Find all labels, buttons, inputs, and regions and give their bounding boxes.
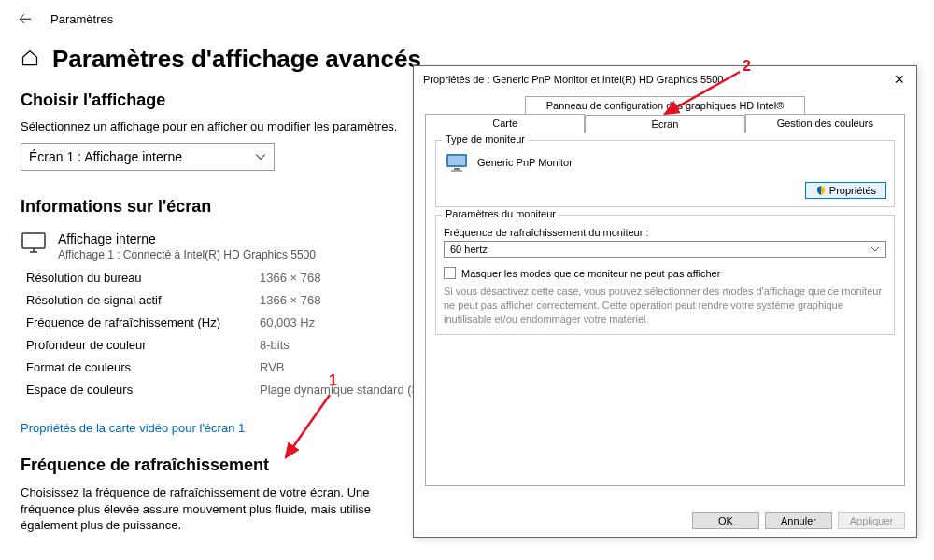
refresh-rate-label: Fréquence de rafraîchissement du moniteu… xyxy=(444,227,886,238)
hide-modes-checkbox[interactable] xyxy=(444,267,456,279)
info-label: Fréquence de rafraîchissement (Hz) xyxy=(26,315,260,329)
refresh-rate-value: 60 hertz xyxy=(450,244,488,255)
monitor-icon xyxy=(21,231,47,257)
video-card-properties-link[interactable]: Propriétés de la carte vidéo pour l'écra… xyxy=(21,421,245,435)
back-arrow-icon[interactable]: 🡠 xyxy=(19,11,32,26)
display-select-dropdown[interactable]: Écran 1 : Affichage interne xyxy=(21,143,275,171)
tab-color-management[interactable]: Gestion des couleurs xyxy=(745,114,905,133)
shield-icon xyxy=(815,185,827,196)
monitor-name: Affichage interne xyxy=(58,231,316,246)
cancel-button[interactable]: Annuler xyxy=(765,512,832,529)
refresh-rate-desc: Choisissez la fréquence de rafraîchissem… xyxy=(21,484,403,534)
page-title: Paramètres d'affichage avancés xyxy=(52,45,421,74)
svg-rect-2 xyxy=(448,156,465,165)
info-label: Espace de couleurs xyxy=(26,383,260,397)
dialog-monitor-name: Generic PnP Monitor xyxy=(477,157,573,168)
refresh-rate-dropdown[interactable]: 60 hertz xyxy=(444,241,886,258)
info-label: Résolution du bureau xyxy=(26,271,260,285)
info-label: Résolution de signal actif xyxy=(26,293,260,307)
svg-rect-0 xyxy=(22,233,45,248)
tab-card[interactable]: Carte xyxy=(425,114,585,133)
group-monitor-settings: Paramètres du moniteur xyxy=(442,208,559,219)
ok-button[interactable]: OK xyxy=(692,512,759,529)
monitor-icon xyxy=(444,152,470,173)
info-label: Profondeur de couleur xyxy=(26,338,260,352)
home-icon xyxy=(21,49,39,70)
tab-screen[interactable]: Écran xyxy=(585,115,744,133)
hide-modes-label: Masquer les modes que ce moniteur ne peu… xyxy=(461,268,720,279)
monitor-sub: Affichage 1 : Connecté à Intel(R) HD Gra… xyxy=(58,248,316,261)
svg-rect-4 xyxy=(451,170,462,172)
chevron-down-icon xyxy=(870,245,880,254)
svg-rect-3 xyxy=(454,168,460,170)
hide-modes-hint: Si vous désactivez cette case, vous pouv… xyxy=(444,285,886,327)
apply-button: Appliquer xyxy=(838,512,905,529)
chevron-down-icon xyxy=(255,151,266,162)
dialog-title: Propriétés de : Generic PnP Monitor et I… xyxy=(423,74,723,85)
group-monitor-type: Type de moniteur xyxy=(442,133,529,145)
tab-intel-panel[interactable]: Panneau de configuration des graphiques … xyxy=(525,96,805,114)
display-select-value: Écran 1 : Affichage interne xyxy=(29,149,182,164)
properties-button[interactable]: Propriétés xyxy=(805,182,886,199)
info-label: Format de couleurs xyxy=(26,360,260,374)
topbar-title: Paramètres xyxy=(50,12,113,26)
close-icon[interactable]: ✕ xyxy=(890,72,909,87)
monitor-properties-dialog: Propriétés de : Generic PnP Monitor et I… xyxy=(413,65,917,538)
